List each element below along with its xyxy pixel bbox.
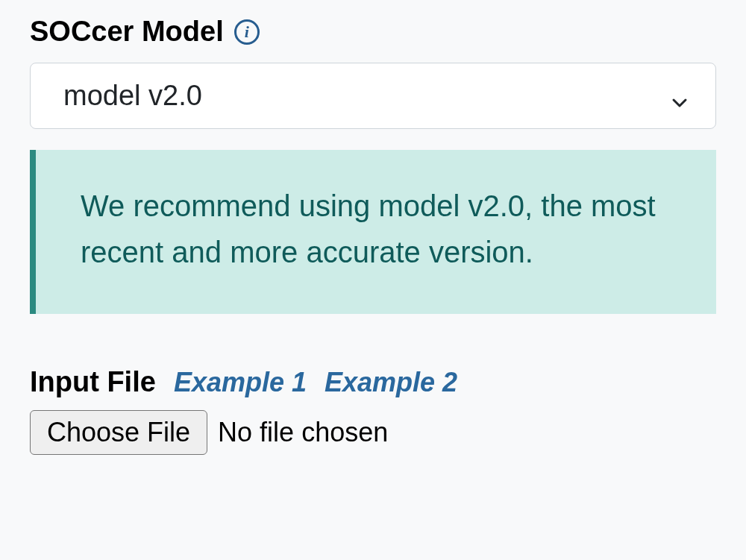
- recommendation-text: We recommend using model v2.0, the most …: [81, 183, 671, 275]
- model-select[interactable]: model v2.0: [30, 63, 716, 129]
- input-file-label: Input File: [30, 366, 156, 398]
- soccer-model-label: SOCcer Model: [30, 15, 224, 49]
- example-2-link[interactable]: Example 2: [325, 367, 457, 398]
- example-1-link[interactable]: Example 1: [174, 367, 307, 398]
- choose-file-button[interactable]: Choose File: [30, 410, 207, 455]
- info-icon[interactable]: i: [234, 19, 260, 45]
- recommendation-callout: We recommend using model v2.0, the most …: [30, 150, 716, 314]
- file-status-text: No file chosen: [218, 417, 388, 448]
- model-select-value: model v2.0: [63, 80, 202, 112]
- chevron-down-icon: [671, 86, 689, 104]
